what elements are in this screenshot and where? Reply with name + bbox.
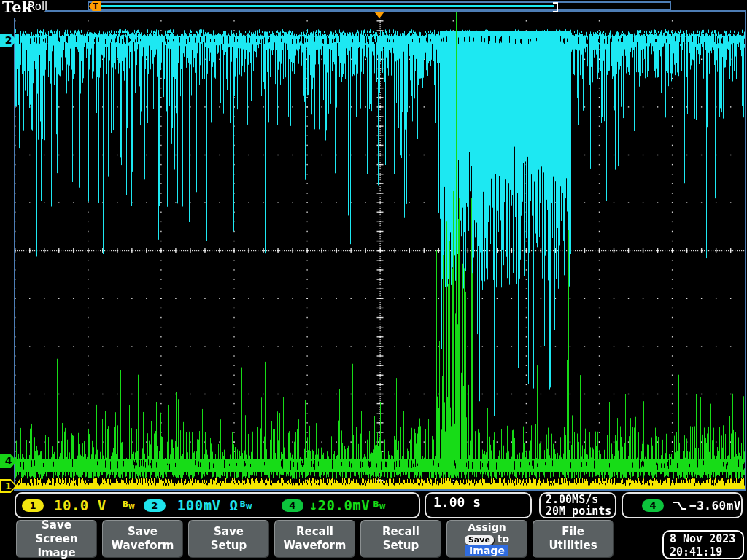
file-utilities-button[interactable]: FileUtilities [533, 520, 614, 558]
trigger-source-badge: 4 [642, 499, 664, 512]
acquisition-mode-label: Roll [28, 0, 47, 13]
ch1-scale: 10.0 V [54, 497, 107, 513]
ch2-scale: 100mV Ω [177, 497, 239, 513]
save-key-icon: Save [465, 535, 494, 545]
time-label: 20:41:19 [670, 545, 743, 559]
timebase-value: 1.00 s [433, 494, 530, 510]
waveform-display [0, 0, 747, 560]
date-label: 8 Nov 2023 [670, 532, 743, 545]
ch4-badge[interactable]: 4 [282, 499, 303, 512]
ch4-scale: ↓20.0mV [309, 497, 371, 513]
save-waveform-button[interactable]: SaveWaveform [102, 520, 183, 558]
assign-save-button[interactable]: Assign Save to Image [446, 520, 527, 558]
trigger-level: −3.60mV [689, 499, 741, 513]
ch4-bandwidth-icon: BW [373, 499, 385, 510]
recall-setup-button[interactable]: RecallSetup [360, 520, 441, 558]
oscilloscope-screen: Tek Roll T 2 4 1 1 10.0 V BW 2 100mV Ω B… [0, 0, 747, 560]
save-setup-button[interactable]: SaveSetup [188, 520, 269, 558]
record-preview-line [96, 5, 554, 7]
trigger-position-icon[interactable] [374, 12, 384, 18]
ch2-bandwidth-icon: BW [239, 499, 252, 510]
ch1-bandwidth-icon: BW [123, 499, 135, 510]
trigger-flag-icon: T [89, 1, 101, 11]
ch2-badge[interactable]: 2 [144, 499, 166, 512]
record-length: 20M points [546, 505, 615, 517]
record-info-box: 2.00MS/s 20M points [539, 492, 616, 518]
assign-target: Image [465, 545, 508, 556]
timebase-box: 1.00 s [425, 492, 532, 518]
falling-edge-icon [673, 500, 686, 511]
ch1-badge[interactable]: 1 [22, 499, 44, 512]
datetime-box: 8 Nov 2023 20:41:19 [662, 530, 744, 559]
channel-readouts-box: 1 10.0 V BW 2 100mV Ω BW 4 ↓20.0mV BW [15, 492, 420, 518]
recall-waveform-button[interactable]: RecallWaveform [274, 520, 355, 558]
acquisition-preview-bar[interactable]: T [88, 1, 671, 11]
window-bracket-icon [553, 2, 558, 12]
save-screen-image-button[interactable]: SaveScreen Image [16, 520, 97, 558]
trigger-readout-box: 4 −3.60mV [622, 492, 743, 518]
sample-rate: 2.00MS/s [546, 494, 615, 505]
